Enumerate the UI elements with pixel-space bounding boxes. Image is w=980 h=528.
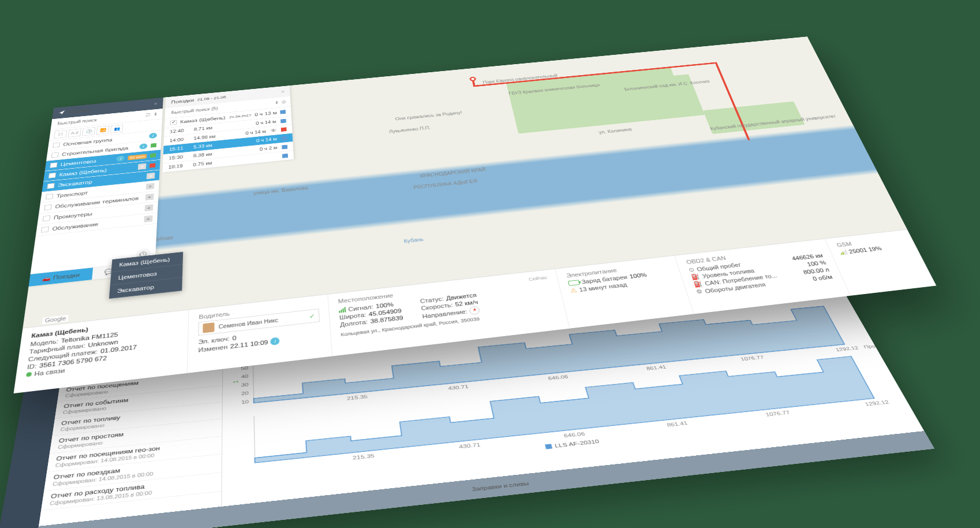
svg-text:646.06: 646.06 (563, 431, 586, 439)
plus-icon[interactable]: + (145, 194, 154, 200)
color-square (280, 110, 286, 114)
svg-text:10: 10 (241, 399, 249, 406)
color-square (150, 153, 156, 158)
svg-text:646.06: 646.06 (547, 374, 569, 381)
info-icon[interactable]: i (117, 155, 125, 162)
checkbox-tool[interactable]: ☐ (54, 130, 67, 139)
download-icon[interactable]: ⬇ (274, 100, 279, 105)
trip-duration: 0 ч 14 м (245, 129, 266, 135)
checkbox[interactable] (43, 215, 51, 222)
color-square (151, 143, 156, 148)
plus-icon[interactable]: + (147, 173, 155, 179)
svg-text:1076.77: 1076.77 (765, 410, 791, 418)
plus-icon[interactable]: + (146, 183, 155, 190)
checkbox[interactable] (41, 226, 49, 233)
gauge-icon: ⊙ (688, 266, 695, 273)
svg-text:430.71: 430.71 (458, 442, 481, 450)
color-square (149, 163, 155, 168)
fuel-icon: ⛽ (690, 273, 701, 281)
people-tool[interactable]: 👥 (110, 124, 123, 133)
svg-rect-25 (545, 444, 552, 449)
checkbox[interactable] (51, 153, 59, 158)
trip-distance: 0.75 км (193, 160, 222, 168)
trip-time: 18:19 (169, 163, 189, 169)
trip-time: 15:30 (169, 154, 189, 161)
checkbox[interactable] (50, 162, 57, 168)
svg-text:1292.12: 1292.12 (864, 399, 891, 407)
svg-line-17 (254, 416, 255, 463)
info-icon[interactable]: i (139, 143, 147, 150)
plus-icon[interactable]: + (138, 163, 147, 170)
trips-panel: Поездки 21.08 - 21.08 × ⬇ ⊘ Камаз (Щебен… (162, 85, 294, 173)
trip-time: 14:00 (170, 136, 189, 143)
signal-icon (839, 250, 848, 255)
sort-tool[interactable]: A-z (68, 128, 81, 137)
map-label: КРАСНОДАРСКИЙ КРАЙ (420, 168, 486, 179)
trip-time: 12:40 (170, 128, 189, 134)
svg-text:215.35: 215.35 (347, 394, 368, 401)
online-dot-icon (26, 372, 32, 377)
trip-distance: 8.71 км (194, 125, 222, 132)
svg-text:430.71: 430.71 (448, 384, 469, 391)
trip-duration: 0 ч 14 м (256, 120, 276, 126)
plus-icon[interactable]: + (144, 204, 153, 211)
eye-icon: 👁 (271, 128, 277, 133)
signal-icon (339, 307, 346, 313)
checkbox[interactable] (48, 173, 56, 179)
checkbox[interactable] (47, 183, 54, 189)
info-icon[interactable]: i (149, 132, 157, 139)
filter-icon[interactable]: ⊘ (281, 99, 286, 105)
list-view-icon[interactable]: ☰ (145, 112, 151, 117)
color-square (281, 136, 287, 140)
trip-duration: 0 ч 14 м (256, 137, 277, 143)
svg-text:861.41: 861.41 (666, 420, 689, 427)
map-label: Они сражались за Родину! (395, 110, 462, 121)
map-label: улица им. Вавилова (253, 185, 308, 196)
close-icon[interactable]: × (154, 101, 158, 106)
color-square (281, 127, 287, 132)
download-icon[interactable]: ⬇ (153, 111, 158, 117)
avatar-icon (203, 322, 215, 333)
plus-icon[interactable]: + (144, 215, 152, 222)
color-square (280, 118, 286, 123)
svg-text:30: 30 (241, 382, 249, 388)
svg-text:215.35: 215.35 (353, 453, 375, 461)
svg-text:Пробег, км: Пробег, км (862, 341, 895, 349)
clock-tool[interactable]: 🕐 (82, 127, 95, 136)
signal-tool[interactable]: 📶 (96, 126, 110, 135)
map-label: РЕСПУБЛИКА АДЫГЕЯ (413, 179, 478, 189)
checkbox[interactable] (53, 142, 60, 147)
checkbox[interactable] (44, 204, 52, 210)
color-square (282, 153, 288, 158)
fuel-icon: ⛽ (693, 280, 704, 288)
beacons-title: Маячки (68, 108, 89, 114)
trip-duration: 0 ч 2 м (260, 146, 278, 152)
trip-distance: 14.98 км (193, 133, 222, 140)
svg-text:LLS AF-20310: LLS AF-20310 (554, 438, 600, 449)
gear-icon: ⚙ (695, 288, 704, 295)
trip-time: 15:11 (169, 146, 189, 152)
trips-title: Поездки (171, 98, 194, 104)
trip-distance: 5.33 км (193, 142, 222, 149)
vehicle-context-menu: Камаз (Щебень)ЦементовозЭкскаватор (109, 252, 183, 299)
trip-distance: 8.38 км (193, 151, 222, 158)
checkbox[interactable] (46, 194, 54, 199)
battery-icon (567, 280, 579, 286)
map-label: ул. Калинина (599, 127, 633, 135)
svg-text:20: 20 (241, 391, 249, 396)
speed-tag: 52 км/ч (128, 154, 147, 160)
info-icon[interactable]: i (271, 337, 280, 345)
svg-text:40: 40 (241, 373, 249, 379)
location-icon (58, 110, 66, 116)
warning-icon: ⚠ (569, 287, 578, 294)
svg-text:1: 1 (232, 380, 240, 384)
svg-text:1292.12: 1292.12 (835, 345, 859, 352)
map-label: Лукьяненко П.П. (388, 125, 431, 133)
color-square (282, 144, 287, 149)
svg-text:861.41: 861.41 (645, 364, 667, 371)
compass-icon (469, 306, 481, 315)
svg-line-2 (253, 360, 253, 403)
checkbox[interactable] (170, 120, 177, 125)
close-icon[interactable]: × (281, 90, 285, 94)
svg-text:1076.77: 1076.77 (740, 355, 765, 362)
